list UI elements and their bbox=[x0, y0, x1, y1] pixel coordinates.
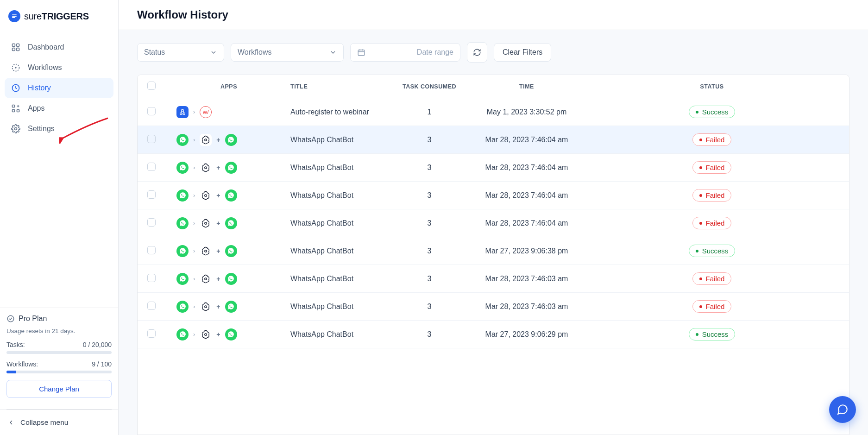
whatsapp-icon bbox=[225, 217, 237, 229]
apps-cell: ›+ bbox=[176, 162, 281, 174]
title-cell: WhatsApp ChatBot bbox=[286, 182, 392, 209]
status-dot-icon bbox=[699, 139, 702, 141]
task-cell: 3 bbox=[392, 237, 466, 265]
main-header: Workflow History bbox=[119, 0, 868, 30]
time-cell: Mar 28, 2023 7:46:04 am bbox=[466, 154, 587, 182]
openai-icon bbox=[200, 189, 212, 202]
table-row[interactable]: ›w/Auto-register to webinar1May 1, 2023 … bbox=[138, 98, 849, 126]
svg-rect-2 bbox=[13, 48, 15, 51]
table-row[interactable]: ›+WhatsApp ChatBot3Mar 28, 2023 7:46:04 … bbox=[138, 154, 849, 182]
task-cell: 1 bbox=[392, 98, 466, 126]
chevron-down-icon bbox=[210, 49, 217, 56]
select-all-checkbox[interactable] bbox=[147, 82, 156, 90]
whatsapp-icon bbox=[176, 245, 189, 257]
table-row[interactable]: ›+WhatsApp ChatBot3Mar 27, 2023 9:06:29 … bbox=[138, 321, 849, 348]
openai-icon bbox=[200, 301, 212, 313]
plan-tasks-row: Tasks: 0 / 20,000 bbox=[6, 341, 112, 348]
table-row[interactable]: ›+WhatsApp ChatBot3Mar 28, 2023 7:46:03 … bbox=[138, 293, 849, 321]
status-dot-icon bbox=[699, 222, 702, 225]
title-cell: WhatsApp ChatBot bbox=[286, 209, 392, 237]
header-status: STATUS bbox=[587, 75, 849, 98]
status-dot-icon bbox=[699, 305, 702, 308]
svg-point-17 bbox=[205, 166, 207, 168]
header-time: TIME bbox=[466, 75, 587, 98]
table-row[interactable]: ›+WhatsApp ChatBot3Mar 27, 2023 9:06:38 … bbox=[138, 237, 849, 265]
plan-tasks-label: Tasks: bbox=[6, 341, 25, 348]
apps-cell: ›w/ bbox=[176, 106, 281, 118]
row-checkbox[interactable] bbox=[147, 135, 156, 143]
sidebar-item-apps[interactable]: Apps bbox=[5, 98, 113, 119]
table-row[interactable]: ›+WhatsApp ChatBot3Mar 28, 2023 7:46:03 … bbox=[138, 265, 849, 293]
status-badge: Failed bbox=[692, 189, 732, 202]
sidebar-item-settings[interactable]: Settings bbox=[5, 119, 113, 139]
whatsapp-icon bbox=[176, 162, 189, 174]
row-checkbox[interactable] bbox=[147, 274, 156, 282]
whatsapp-icon bbox=[225, 245, 237, 257]
refresh-button[interactable] bbox=[467, 42, 487, 63]
status-dot-icon bbox=[699, 277, 702, 280]
svg-point-20 bbox=[205, 250, 207, 252]
table-row[interactable]: ›+WhatsApp ChatBot3Mar 28, 2023 7:46:04 … bbox=[138, 126, 849, 154]
page-title: Workflow History bbox=[137, 8, 849, 21]
status-filter-select[interactable]: Status bbox=[137, 43, 224, 62]
sidebar-item-label: Dashboard bbox=[28, 43, 64, 51]
status-dot-icon bbox=[699, 166, 702, 169]
whatsapp-icon bbox=[176, 217, 189, 229]
row-checkbox[interactable] bbox=[147, 107, 156, 115]
row-checkbox[interactable] bbox=[147, 218, 156, 227]
row-checkbox[interactable] bbox=[147, 163, 156, 171]
chevron-right-icon: › bbox=[193, 220, 195, 227]
workflows-filter-select[interactable]: Workflows bbox=[231, 43, 344, 62]
sidebar-item-history[interactable]: History bbox=[5, 78, 113, 98]
openai-icon bbox=[200, 273, 212, 285]
row-checkbox[interactable] bbox=[147, 246, 156, 254]
svg-point-5 bbox=[15, 67, 16, 68]
row-checkbox[interactable] bbox=[147, 329, 156, 338]
plan-reset-text: Usage resets in 21 days. bbox=[6, 328, 112, 334]
sidebar-item-dashboard[interactable]: Dashboard bbox=[5, 37, 113, 57]
whatsapp-icon bbox=[225, 189, 237, 202]
refresh-icon bbox=[473, 48, 481, 57]
whatsapp-icon bbox=[225, 301, 237, 313]
status-badge: Failed bbox=[692, 217, 732, 229]
whatsapp-icon bbox=[176, 301, 189, 313]
calendar-icon bbox=[357, 48, 365, 57]
plus-icon: + bbox=[216, 247, 220, 255]
task-cell: 3 bbox=[392, 154, 466, 182]
time-cell: Mar 27, 2023 9:06:38 pm bbox=[466, 237, 587, 265]
history-table: APPS TITLE TASK CONSUMED TIME STATUS ›w/… bbox=[137, 75, 849, 435]
collapse-menu-button[interactable]: Collapse menu bbox=[0, 410, 118, 435]
row-checkbox[interactable] bbox=[147, 302, 156, 310]
dashboard-icon bbox=[11, 43, 20, 52]
title-cell: WhatsApp ChatBot bbox=[286, 321, 392, 348]
title-cell: WhatsApp ChatBot bbox=[286, 126, 392, 154]
logo[interactable]: sureTRIGGERS bbox=[0, 0, 118, 32]
status-dot-icon bbox=[699, 194, 702, 197]
change-plan-button[interactable]: Change Plan bbox=[6, 380, 112, 398]
workflows-icon bbox=[11, 63, 20, 72]
row-checkbox[interactable] bbox=[147, 190, 156, 199]
title-cell: Auto-register to webinar bbox=[286, 98, 392, 126]
table-row[interactable]: ›+WhatsApp ChatBot3Mar 28, 2023 7:46:04 … bbox=[138, 209, 849, 237]
plan-workflows-value: 9 / 100 bbox=[92, 360, 112, 368]
clear-filters-button[interactable]: Clear Filters bbox=[494, 43, 551, 62]
apps-cell: ›+ bbox=[176, 134, 281, 146]
table-row[interactable]: ›+WhatsApp ChatBot3Mar 28, 2023 7:46:04 … bbox=[138, 182, 849, 209]
svg-rect-12 bbox=[358, 50, 365, 56]
title-cell: WhatsApp ChatBot bbox=[286, 293, 392, 321]
status-badge: Failed bbox=[692, 272, 732, 285]
task-cell: 3 bbox=[392, 293, 466, 321]
sidebar-item-workflows[interactable]: Workflows bbox=[5, 57, 113, 78]
apps-cell: ›+ bbox=[176, 273, 281, 285]
svg-rect-0 bbox=[13, 44, 15, 47]
svg-point-23 bbox=[205, 333, 207, 335]
plan-workflows-bar bbox=[6, 371, 112, 373]
svg-point-19 bbox=[205, 222, 207, 224]
daterange-filter[interactable]: Date range bbox=[350, 43, 460, 62]
chat-fab-button[interactable] bbox=[829, 396, 856, 423]
filters-bar: Status Workflows Date range Clear Filter… bbox=[119, 30, 868, 75]
time-cell: Mar 28, 2023 7:46:03 am bbox=[466, 265, 587, 293]
main: Workflow History Status Workflows Date r… bbox=[119, 0, 868, 435]
status-dot-icon bbox=[696, 111, 698, 113]
chevron-right-icon: › bbox=[193, 275, 195, 282]
